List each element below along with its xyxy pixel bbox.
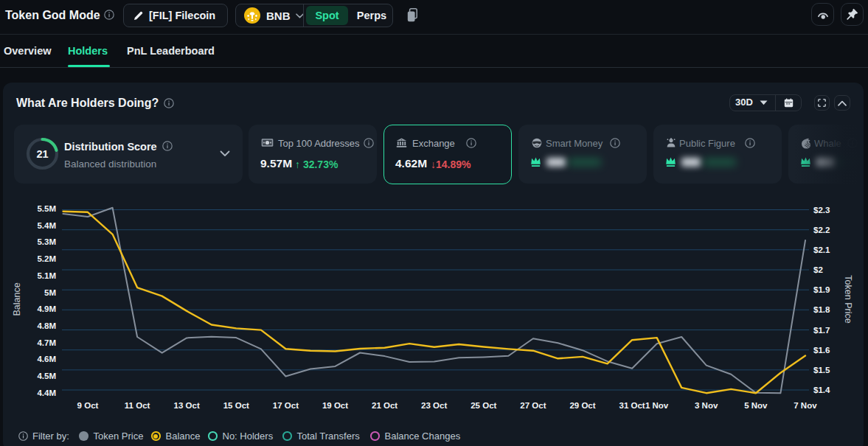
svg-text:19 Oct: 19 Oct [322, 401, 348, 410]
svg-text:5 Nov: 5 Nov [744, 401, 768, 410]
svg-text:23 Oct: 23 Oct [421, 401, 447, 410]
svg-text:$2: $2 [813, 265, 823, 274]
svg-text:25 Oct: 25 Oct [471, 401, 496, 410]
svg-text:$1.5: $1.5 [813, 366, 830, 374]
svg-text:1 Nov: 1 Nov [645, 401, 669, 410]
svg-text:4.7M: 4.7M [37, 338, 56, 347]
svg-text:5.2M: 5.2M [37, 254, 56, 263]
svg-text:$1.8: $1.8 [813, 305, 830, 314]
svg-text:$1.4: $1.4 [813, 386, 830, 394]
svg-text:$2.3: $2.3 [813, 206, 830, 215]
svg-text:29 Oct: 29 Oct [569, 401, 595, 410]
svg-text:3 Nov: 3 Nov [695, 401, 718, 410]
svg-text:Token Price: Token Price [843, 275, 853, 323]
svg-text:$2.2: $2.2 [813, 226, 830, 234]
svg-text:4.4M: 4.4M [37, 388, 56, 397]
svg-text:11 Oct: 11 Oct [125, 401, 150, 410]
svg-text:$2.1: $2.1 [813, 245, 830, 254]
svg-text:27 Oct: 27 Oct [520, 401, 546, 410]
svg-text:21 Oct: 21 Oct [372, 401, 397, 410]
svg-text:4.9M: 4.9M [37, 304, 56, 313]
svg-text:$1.6: $1.6 [813, 346, 830, 355]
svg-text:4.5M: 4.5M [37, 372, 56, 380]
svg-text:9 Oct: 9 Oct [77, 401, 99, 410]
svg-text:4.6M: 4.6M [37, 355, 56, 363]
svg-text:4.8M: 4.8M [37, 321, 56, 330]
svg-text:15 Oct: 15 Oct [223, 401, 249, 410]
svg-text:$1.7: $1.7 [813, 326, 830, 335]
svg-text:13 Oct: 13 Oct [174, 401, 200, 410]
svg-text:5M: 5M [44, 288, 56, 297]
svg-text:5.5M: 5.5M [37, 204, 56, 213]
svg-text:5.3M: 5.3M [37, 237, 56, 246]
svg-text:5.1M: 5.1M [37, 271, 56, 280]
svg-text:Balance: Balance [12, 282, 22, 316]
svg-text:31 Oct: 31 Oct [619, 401, 645, 410]
svg-text:17 Oct: 17 Oct [273, 401, 299, 410]
svg-text:5.4M: 5.4M [37, 221, 56, 230]
svg-text:$1.9: $1.9 [813, 285, 830, 294]
svg-text:7 Nov: 7 Nov [794, 401, 817, 410]
